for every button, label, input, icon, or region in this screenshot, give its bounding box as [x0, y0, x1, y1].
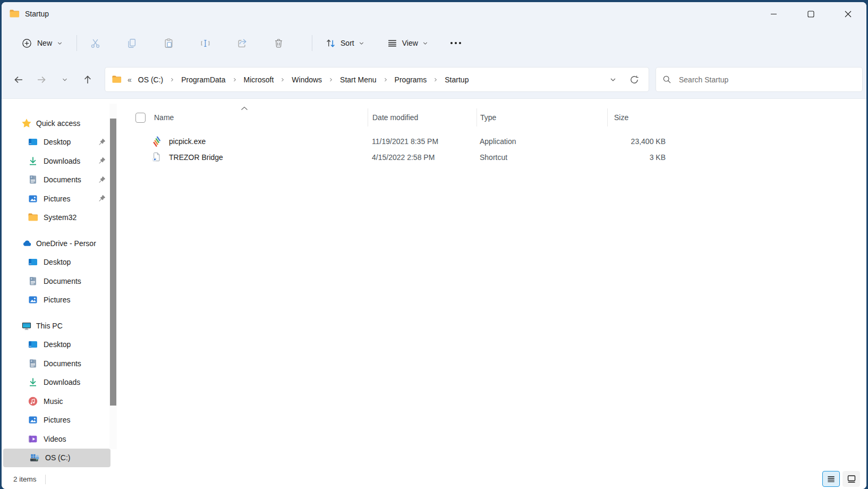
downloads-icon [28, 156, 38, 166]
search-icon [662, 75, 671, 84]
main-area: Quick access Desktop Downloads [2, 99, 866, 469]
rename-button[interactable] [194, 32, 216, 54]
forward-button[interactable] [32, 71, 50, 89]
address-dropdown-chevron-icon[interactable] [609, 76, 617, 83]
cut-button[interactable] [84, 32, 106, 54]
back-button[interactable] [10, 71, 28, 89]
column-header-date-modified[interactable]: Date modified [368, 108, 476, 127]
sidebar-item-label: System32 [44, 213, 76, 222]
recent-locations-chevron-icon[interactable] [56, 71, 74, 89]
picpick-app-icon [151, 136, 163, 147]
breadcrumb-separator-icon [383, 77, 388, 82]
select-all-checkbox[interactable] [135, 113, 146, 123]
sort-button[interactable]: Sort [320, 33, 370, 53]
share-button[interactable] [231, 32, 252, 54]
status-separator [45, 475, 46, 484]
sidebar-item-label: Documents [44, 175, 81, 184]
command-toolbar: New Sort [2, 26, 866, 61]
breadcrumb-separator-icon [232, 77, 237, 82]
breadcrumb-item[interactable]: Start Menu [337, 73, 379, 86]
breadcrumb-item[interactable]: Programs [392, 73, 430, 86]
paste-button[interactable] [158, 32, 179, 54]
delete-button[interactable] [268, 32, 289, 54]
details-view-button[interactable] [822, 471, 840, 487]
breadcrumb-item[interactable]: Microsoft [241, 73, 277, 86]
view-button[interactable]: View [381, 33, 433, 53]
column-header-name[interactable]: Name [154, 113, 368, 122]
folder-icon [9, 9, 20, 19]
sidebar-item-label: Music [44, 397, 63, 406]
pin-icon [98, 195, 106, 203]
sidebar-item-music[interactable]: Music [2, 392, 110, 411]
documents-icon [28, 174, 38, 185]
sidebar-item-desktop[interactable]: Desktop [2, 133, 110, 152]
address-row: « OS (C:) ProgramData Microsoft Windows … [2, 61, 866, 99]
navigation-pane: Quick access Desktop Downloads [2, 99, 122, 469]
sidebar-item-system32[interactable]: System32 [2, 208, 110, 227]
breadcrumb-separator-icon [433, 77, 438, 82]
sidebar-item-desktop[interactable]: Desktop [2, 335, 110, 355]
os-drive-icon [29, 452, 40, 463]
sidebar-item-pictures[interactable]: Pictures [2, 411, 110, 430]
close-button[interactable] [829, 2, 866, 26]
pin-icon [98, 138, 106, 146]
sidebar-section-quick-access[interactable]: Quick access [2, 114, 110, 133]
this-pc-icon [21, 321, 32, 331]
column-header-row: Name Date modified Type Size [122, 108, 866, 127]
search-box[interactable] [656, 67, 863, 92]
pin-icon [98, 176, 106, 184]
maximize-button[interactable] [792, 2, 829, 26]
refresh-icon[interactable] [629, 75, 639, 85]
sidebar-item-documents[interactable]: Documents [2, 272, 110, 291]
sidebar-item-label: Desktop [44, 138, 71, 146]
sidebar-item-videos[interactable]: Videos [2, 429, 110, 449]
column-header-type[interactable]: Type [476, 108, 607, 127]
up-button[interactable] [79, 71, 97, 89]
large-icons-view-button[interactable] [843, 471, 860, 487]
sidebar-scrollbar[interactable] [109, 104, 117, 449]
plus-circle-icon [21, 38, 32, 49]
titlebar[interactable]: Startup [2, 2, 866, 26]
sidebar-item-documents[interactable]: Documents [2, 171, 110, 190]
desktop-icon [28, 257, 38, 267]
file-type: Application [480, 137, 607, 146]
sidebar-item-downloads[interactable]: Downloads [2, 151, 110, 171]
new-button[interactable]: New [15, 33, 69, 54]
window-title: Startup [25, 10, 49, 18]
file-row-picpick[interactable]: picpick.exe 11/19/2021 8:35 PM Applicati… [122, 133, 866, 149]
sidebar-section-onedrive[interactable]: OneDrive - Persor [2, 234, 110, 253]
breadcrumb-separator-icon [328, 77, 334, 82]
search-input[interactable] [679, 75, 856, 84]
breadcrumb-item[interactable]: OS (C:) [135, 73, 166, 86]
desktop-icon [28, 339, 38, 350]
breadcrumb-item[interactable]: Startup [441, 73, 472, 86]
column-header-size[interactable]: Size [607, 108, 687, 127]
toolbar-separator [312, 35, 312, 51]
breadcrumb-overflow[interactable]: « [126, 73, 133, 86]
downloads-icon [28, 377, 38, 387]
file-name: picpick.exe [169, 137, 372, 146]
sidebar-item-pictures[interactable]: Pictures [2, 291, 110, 310]
copy-button[interactable] [121, 32, 142, 54]
sidebar-item-desktop[interactable]: Desktop [2, 253, 110, 272]
sidebar-item-os-c[interactable]: OS (C:) [3, 449, 110, 468]
file-size: 23,400 KB [607, 137, 676, 146]
sidebar-scrollbar-thumb[interactable] [110, 119, 116, 406]
breadcrumb-item[interactable]: Windows [288, 73, 325, 86]
star-icon [21, 118, 32, 129]
file-type: Shortcut [480, 153, 607, 162]
sidebar-item-downloads[interactable]: Downloads [2, 373, 110, 392]
see-more-button[interactable] [445, 32, 466, 54]
breadcrumb-item[interactable]: ProgramData [178, 73, 228, 86]
folder-icon [28, 212, 38, 223]
minimize-button[interactable] [755, 2, 792, 26]
address-bar[interactable]: « OS (C:) ProgramData Microsoft Windows … [105, 67, 649, 92]
sidebar-item-pictures[interactable]: Pictures [2, 189, 110, 208]
file-row-trezor-bridge[interactable]: TREZOR Bridge 4/15/2022 2:58 PM Shortcut… [122, 149, 866, 165]
sidebar-item-documents[interactable]: Documents [2, 354, 110, 373]
sidebar-item-label: Desktop [44, 340, 71, 349]
file-date-modified: 11/19/2021 8:35 PM [372, 137, 480, 146]
sidebar-section-this-pc[interactable]: This PC [2, 316, 110, 335]
sidebar-section-label: OneDrive - Persor [36, 239, 96, 248]
status-bar: 2 items [2, 469, 866, 489]
